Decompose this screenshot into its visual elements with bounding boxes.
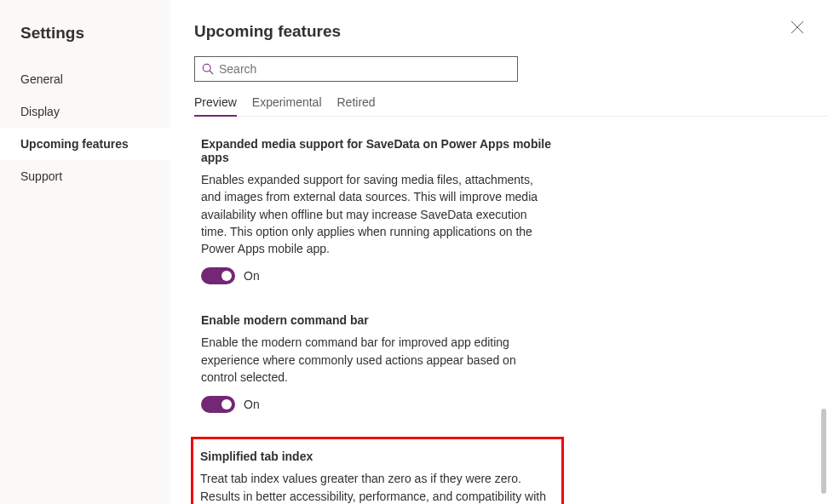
toggle-label: On bbox=[244, 269, 260, 283]
close-icon bbox=[791, 20, 804, 34]
main-panel: Upcoming features Preview Experimental R… bbox=[170, 0, 828, 504]
page-title: Upcoming features bbox=[194, 22, 828, 41]
toggle-knob bbox=[221, 271, 232, 281]
scrollbar[interactable] bbox=[821, 409, 826, 494]
feature-description: Treat tab index values greater than zero… bbox=[200, 470, 555, 504]
sidebar-item-display[interactable]: Display bbox=[0, 95, 170, 128]
search-icon bbox=[202, 63, 214, 75]
sidebar-item-support[interactable]: Support bbox=[0, 160, 170, 192]
features-list: Expanded media support for SaveData on P… bbox=[194, 117, 561, 504]
svg-point-0 bbox=[203, 64, 210, 72]
feature-description: Enables expanded support for saving medi… bbox=[201, 171, 554, 257]
toggle-knob bbox=[221, 399, 232, 410]
tab-retired[interactable]: Retired bbox=[337, 95, 376, 116]
feature-title: Enable modern command bar bbox=[201, 313, 554, 327]
tab-experimental[interactable]: Experimental bbox=[252, 95, 322, 116]
content-area: Upcoming features Preview Experimental R… bbox=[170, 0, 828, 504]
feature-item: Expanded media support for SaveData on P… bbox=[194, 132, 561, 289]
tab-preview[interactable]: Preview bbox=[194, 95, 237, 116]
feature-title: Expanded media support for SaveData on P… bbox=[201, 137, 554, 164]
feature-description: Enable the modern command bar for improv… bbox=[201, 334, 554, 386]
close-button[interactable] bbox=[791, 20, 804, 37]
settings-sidebar: Settings General Display Upcoming featur… bbox=[0, 0, 170, 504]
toggle-label: On bbox=[244, 398, 260, 411]
tabs: Preview Experimental Retired bbox=[194, 95, 828, 117]
sidebar-title: Settings bbox=[0, 24, 170, 63]
search-input[interactable] bbox=[219, 62, 510, 76]
feature-item: Enable modern command bar Enable the mod… bbox=[194, 308, 561, 418]
sidebar-item-upcoming-features[interactable]: Upcoming features bbox=[0, 128, 170, 160]
feature-toggle[interactable] bbox=[201, 267, 235, 284]
feature-title: Simplified tab index bbox=[200, 450, 555, 463]
toggle-row: On bbox=[201, 267, 554, 284]
feature-toggle[interactable] bbox=[201, 396, 235, 413]
search-box[interactable] bbox=[194, 56, 518, 82]
svg-line-1 bbox=[210, 71, 213, 74]
feature-item-highlighted: Simplified tab index Treat tab index val… bbox=[191, 437, 564, 504]
sidebar-item-general[interactable]: General bbox=[0, 63, 170, 95]
toggle-row: On bbox=[201, 396, 554, 413]
